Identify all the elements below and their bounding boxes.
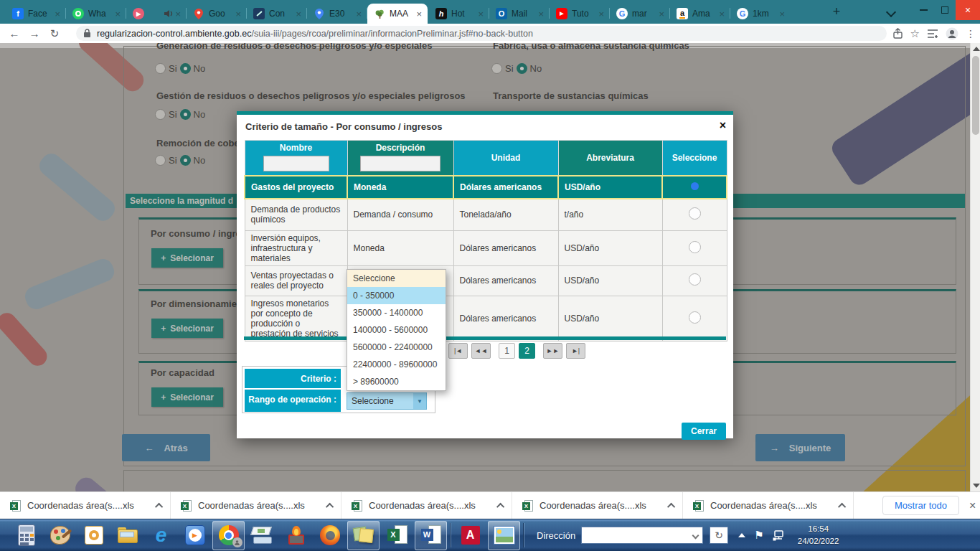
filter-descripcion-input[interactable] [360, 156, 440, 171]
page-prev-button[interactable]: ◄◄ [471, 343, 491, 359]
tab-close-icon[interactable]: × [294, 9, 303, 19]
menu-kebab-icon[interactable]: ⋮ [966, 28, 976, 39]
taskbar-sticky-notes[interactable] [347, 521, 380, 550]
network-icon[interactable] [773, 530, 786, 541]
page-2-button-active[interactable]: 2 [519, 343, 535, 359]
forward-icon[interactable]: → [24, 27, 44, 39]
address-go-icon[interactable]: ↻ [710, 527, 728, 544]
tab-close-icon[interactable]: × [778, 9, 786, 19]
rango-select[interactable]: Seleccione ▼ [347, 392, 427, 410]
tab-close-icon[interactable]: × [657, 9, 666, 19]
tab-close-icon[interactable]: × [174, 9, 182, 19]
dropdown-option[interactable]: 1400000 - 5600000 [347, 321, 446, 339]
dropdown-option-highlighted[interactable]: 0 - 350000 [347, 287, 446, 304]
dropdown-option[interactable]: 5600000 - 22400000 [347, 339, 446, 356]
chevron-up-icon[interactable] [838, 502, 846, 510]
chevron-up-icon[interactable] [155, 502, 163, 510]
new-tab-button[interactable]: + [826, 3, 847, 22]
share-icon[interactable] [892, 28, 903, 39]
taskbar-clock[interactable]: 16:54 24/02/2022 [790, 523, 847, 548]
tab-search-chevron-icon[interactable] [886, 7, 896, 17]
taskbar-nero[interactable] [280, 521, 312, 550]
address-toolbar-input[interactable] [581, 527, 703, 544]
profile-avatar-icon[interactable] [946, 27, 958, 40]
tab-con[interactable]: Con × [247, 4, 307, 24]
tab-close-icon[interactable]: × [354, 9, 363, 19]
back-icon[interactable]: ← [4, 27, 24, 39]
downloads-close-icon[interactable]: × [969, 499, 976, 512]
taskbar-excel[interactable]: X [381, 521, 413, 550]
scroll-up-icon[interactable] [973, 47, 980, 51]
tab-close-icon[interactable]: × [234, 9, 242, 19]
taskbar-outlook[interactable] [77, 521, 110, 550]
download-item[interactable]: X Coordenadas área(s....xls [683, 492, 854, 519]
reading-list-icon[interactable] [927, 29, 938, 39]
tab-close-icon[interactable]: × [476, 9, 485, 19]
taskbar-chrome-active[interactable] [212, 521, 245, 550]
row-radio[interactable] [689, 241, 701, 253]
tab-close-icon[interactable]: × [597, 9, 606, 19]
row-radio[interactable] [689, 311, 701, 324]
table-row[interactable]: Inversión equipos, infraestructura y mat… [245, 230, 727, 265]
taskbar-autocad[interactable]: A [454, 521, 486, 550]
taskbar-calculator[interactable] [10, 521, 42, 550]
show-hidden-icons[interactable] [738, 533, 745, 537]
tab-maps-2[interactable]: E30 × [307, 4, 367, 24]
table-row[interactable]: Demanda de productos químicos Demanda / … [245, 199, 727, 230]
tab-whatsapp[interactable]: Wha × [66, 4, 126, 24]
taskbar-explorer[interactable] [111, 521, 143, 550]
address-bar[interactable]: regularizacion-control.ambiente.gob.ec/s… [76, 26, 887, 41]
tab-google-2[interactable]: G 1km × [730, 4, 791, 24]
tab-maps-1[interactable]: Goo × [187, 4, 247, 24]
chevron-up-icon[interactable] [496, 502, 504, 510]
tab-close-icon[interactable]: × [53, 9, 62, 19]
page-scrollbar[interactable] [970, 43, 980, 491]
taskbar-internet-explorer[interactable]: e [145, 521, 177, 550]
scroll-thumb[interactable] [972, 56, 979, 135]
page-last-button[interactable]: ►| [566, 343, 585, 359]
taskbar-firefox[interactable] [314, 521, 346, 550]
select-arrow-icon[interactable]: ▼ [413, 393, 426, 409]
close-window-button[interactable]: × [956, 0, 980, 20]
taskbar-image-viewer[interactable] [488, 521, 520, 550]
tab-amazon[interactable]: a Ama × [670, 4, 730, 24]
tab-google-1[interactable]: G mar × [610, 4, 670, 24]
tab-close-icon[interactable]: × [113, 9, 122, 19]
bookmark-star-icon[interactable]: ☆ [910, 27, 920, 40]
tab-media[interactable]: ▶ × [126, 4, 187, 24]
table-row[interactable]: Ventas proyectadas o reales del proyecto… [245, 265, 727, 296]
page-first-button[interactable]: |◄ [448, 343, 468, 359]
chevron-up-icon[interactable] [326, 502, 334, 510]
taskbar-scanner[interactable] [246, 521, 278, 550]
show-all-button[interactable]: Mostrar todo [882, 496, 959, 515]
reload-icon[interactable]: ↻ [44, 27, 65, 40]
restore-button[interactable] [934, 0, 956, 20]
tab-hotmail[interactable]: h Hot × [429, 4, 489, 24]
download-item[interactable]: X Coordenadas área(s....xls [171, 492, 341, 519]
tab-maate-active[interactable]: MAA × [367, 4, 428, 24]
row-radio[interactable] [689, 273, 701, 286]
minimize-button[interactable] [913, 0, 934, 20]
taskbar-paint[interactable] [44, 521, 76, 550]
tab-close-icon[interactable]: × [415, 9, 423, 19]
page-next-button[interactable]: ►► [543, 343, 562, 359]
dropdown-option[interactable]: > 89600000 [347, 373, 446, 390]
dropdown-option[interactable]: Seleccione [347, 270, 446, 287]
filter-nombre-input[interactable] [263, 156, 329, 171]
page-1-button[interactable]: 1 [499, 343, 515, 359]
selected-radio-icon[interactable] [691, 182, 699, 190]
taskbar-word-active[interactable]: W [415, 521, 447, 550]
download-item[interactable]: X Coordenadas área(s....xls [512, 492, 683, 519]
download-item[interactable]: X Coordenadas área(s....xls [341, 492, 512, 519]
row-radio[interactable] [689, 207, 701, 220]
dropdown-option[interactable]: 350000 - 1400000 [347, 304, 446, 321]
tab-outlook-mail[interactable]: O Mail × [489, 4, 550, 24]
tab-facebook[interactable]: f Face × [6, 4, 66, 24]
tab-close-icon[interactable]: × [537, 9, 545, 19]
modal-close-icon[interactable]: × [720, 119, 726, 132]
dropdown-option[interactable]: 22400000 - 89600000 [347, 356, 446, 373]
download-item[interactable]: X Coordenadas área(s....xls [0, 492, 171, 519]
table-row-selected[interactable]: Gastos del proyecto Moneda Dólares ameri… [245, 176, 727, 199]
taskbar-media-player[interactable]: ▶ [179, 521, 211, 550]
action-center-flag-icon[interactable]: ⚑ [754, 529, 763, 542]
